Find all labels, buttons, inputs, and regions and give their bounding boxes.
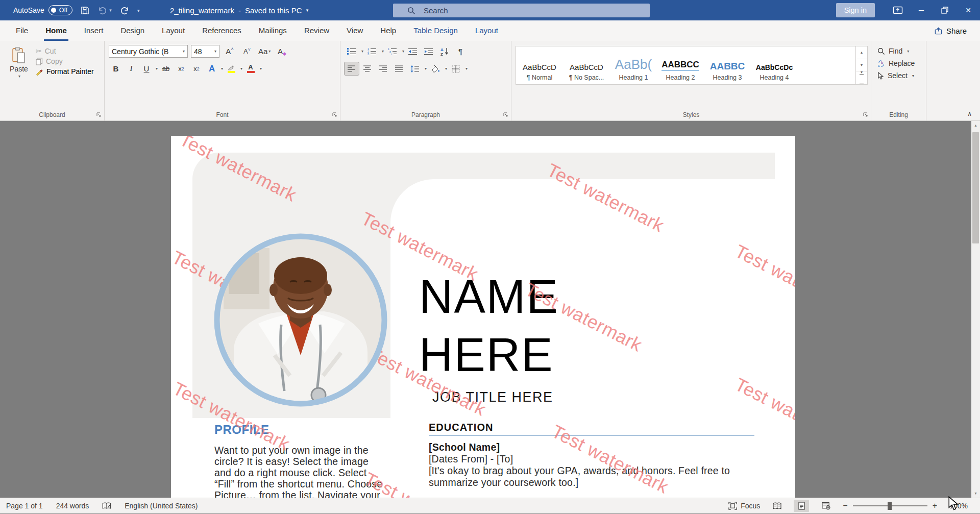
numbering-caret-icon[interactable]: ▾ bbox=[382, 49, 384, 54]
zoom-in-icon[interactable]: + bbox=[933, 501, 937, 510]
profile-body[interactable]: Want to put your own image in thecircle?… bbox=[214, 445, 390, 498]
name-heading[interactable]: NAME HERE bbox=[419, 267, 559, 384]
document-title[interactable]: 2_tiling_watermark - Saved to this PC ▾ bbox=[170, 0, 308, 20]
line-spacing-caret-icon[interactable]: ▾ bbox=[425, 66, 427, 71]
increase-indent-button[interactable] bbox=[422, 45, 436, 58]
education-heading[interactable]: EDUCATION bbox=[429, 422, 493, 433]
line-spacing-button[interactable] bbox=[408, 62, 422, 75]
share-button[interactable]: Share bbox=[934, 20, 967, 41]
sort-button[interactable]: AZ bbox=[437, 45, 452, 58]
style-heading-2[interactable]: AABBCCHeading 2 bbox=[657, 46, 704, 84]
bullets-caret-icon[interactable]: ▾ bbox=[361, 49, 363, 54]
multilevel-list-caret-icon[interactable]: ▾ bbox=[402, 49, 404, 54]
align-right-button[interactable] bbox=[376, 62, 390, 75]
scroll-down-icon[interactable]: ▾ bbox=[971, 489, 980, 498]
tab-view[interactable]: View bbox=[338, 20, 372, 41]
style-heading-4[interactable]: AaBbCcDcHeading 4 bbox=[751, 46, 798, 84]
collapse-ribbon-icon[interactable]: ∧ bbox=[967, 110, 972, 117]
quick-access-toolbar-caret-icon[interactable]: ▾ bbox=[137, 8, 140, 13]
tab-table-design[interactable]: Table Design bbox=[405, 20, 467, 41]
shrink-font-button[interactable]: A˅ bbox=[240, 45, 254, 58]
underline-caret-icon[interactable]: ▾ bbox=[156, 66, 158, 71]
page-status[interactable]: Page 1 of 1 bbox=[6, 502, 43, 510]
style-normal[interactable]: AaBbCcD¶ Normal bbox=[516, 46, 563, 84]
borders-button[interactable] bbox=[449, 62, 463, 75]
scroll-up-icon[interactable]: ▴ bbox=[971, 121, 980, 130]
borders-caret-icon[interactable]: ▾ bbox=[465, 66, 468, 71]
bullets-button[interactable] bbox=[345, 45, 359, 58]
tab-mailings[interactable]: Mailings bbox=[250, 20, 296, 41]
tab-help[interactable]: Help bbox=[372, 20, 405, 41]
save-icon[interactable] bbox=[80, 6, 90, 15]
numbering-button[interactable]: 123 bbox=[365, 45, 379, 58]
highlight-button[interactable] bbox=[224, 62, 238, 75]
proofing-icon[interactable] bbox=[102, 502, 111, 510]
justify-button[interactable] bbox=[392, 62, 406, 75]
web-layout-button[interactable] bbox=[818, 500, 834, 512]
language-status[interactable]: English (United States) bbox=[125, 502, 198, 510]
multilevel-list-button[interactable]: 1ai bbox=[385, 45, 400, 58]
zoom-slider[interactable]: − + bbox=[843, 501, 937, 510]
highlight-caret-icon[interactable]: ▾ bbox=[240, 66, 242, 71]
print-layout-button[interactable] bbox=[794, 500, 809, 512]
tab-references[interactable]: References bbox=[193, 20, 250, 41]
grow-font-button[interactable]: A˄ bbox=[223, 45, 237, 58]
align-center-button[interactable] bbox=[360, 62, 375, 75]
font-dialog-launcher-icon[interactable] bbox=[332, 112, 337, 117]
autosave-toggle[interactable]: AutoSave Off bbox=[13, 5, 72, 15]
ribbon-display-options-icon[interactable] bbox=[886, 0, 910, 20]
styles-dialog-launcher-icon[interactable] bbox=[863, 112, 868, 117]
read-mode-button[interactable] bbox=[769, 500, 785, 512]
font-color-button[interactable]: A bbox=[243, 62, 258, 75]
superscript-button[interactable]: x2 bbox=[189, 62, 204, 75]
text-effects-button[interactable]: A bbox=[205, 62, 219, 75]
profile-heading[interactable]: PROFILE bbox=[214, 423, 270, 437]
document-page[interactable]: NAME HERE JOB TITLE HERE EDUCATION [Scho… bbox=[171, 136, 795, 498]
bold-button[interactable]: B bbox=[109, 62, 123, 75]
font-size-select[interactable]: 48 ▾ bbox=[191, 45, 219, 58]
font-name-select[interactable]: Century Gothic (B ▾ bbox=[109, 45, 188, 58]
styles-scroll-up-icon[interactable]: ▴ bbox=[856, 46, 867, 59]
align-left-button[interactable] bbox=[345, 62, 359, 75]
sign-in-button[interactable]: Sign in bbox=[836, 3, 875, 17]
focus-button[interactable]: Focus bbox=[728, 502, 760, 510]
zoom-out-icon[interactable]: − bbox=[843, 501, 847, 510]
redo-icon[interactable] bbox=[119, 6, 130, 15]
word-count[interactable]: 244 words bbox=[56, 502, 89, 510]
job-title[interactable]: JOB TITLE HERE bbox=[432, 389, 553, 405]
decrease-indent-button[interactable] bbox=[406, 45, 420, 58]
zoom-slider-thumb[interactable] bbox=[888, 502, 892, 510]
text-effects-caret-icon[interactable]: ▾ bbox=[221, 66, 223, 71]
style-heading-1[interactable]: AaBb(Heading 1 bbox=[610, 46, 657, 84]
underline-button[interactable]: U bbox=[139, 62, 154, 75]
scrollbar-thumb[interactable] bbox=[972, 132, 979, 243]
clipboard-dialog-launcher-icon[interactable] bbox=[96, 112, 102, 117]
font-color-caret-icon[interactable]: ▾ bbox=[260, 66, 262, 71]
close-button[interactable]: ✕ bbox=[957, 0, 980, 20]
search-box[interactable]: Search bbox=[393, 4, 650, 17]
tab-layout[interactable]: Layout bbox=[153, 20, 193, 41]
tab-review[interactable]: Review bbox=[296, 20, 338, 41]
paragraph-dialog-launcher-icon[interactable] bbox=[503, 112, 508, 117]
show-paragraph-marks-button[interactable]: ¶ bbox=[453, 45, 468, 58]
tab-design[interactable]: Design bbox=[112, 20, 153, 41]
zoom-level[interactable]: 100% bbox=[946, 502, 968, 510]
style-no-spac[interactable]: AaBbCcD¶ No Spac... bbox=[563, 46, 610, 84]
tab-file[interactable]: File bbox=[7, 20, 37, 41]
paste-button[interactable]: Paste ▾ bbox=[4, 45, 34, 79]
strikethrough-button[interactable]: ab bbox=[159, 62, 173, 75]
shading-caret-icon[interactable]: ▾ bbox=[445, 66, 447, 71]
replace-button[interactable]: bc Replace bbox=[877, 57, 923, 69]
style-heading-3[interactable]: AABBCHeading 3 bbox=[704, 46, 751, 84]
education-body[interactable]: [School Name] [Dates From] - [To] [It's … bbox=[429, 442, 730, 488]
shading-button[interactable] bbox=[428, 62, 443, 75]
styles-more-icon[interactable]: ▾ bbox=[856, 71, 867, 84]
find-button[interactable]: Find ▾ bbox=[877, 45, 923, 57]
change-case-button[interactable]: Aa▾ bbox=[257, 45, 272, 58]
tab-insert[interactable]: Insert bbox=[76, 20, 112, 41]
profile-photo[interactable] bbox=[213, 233, 388, 407]
tab-layout[interactable]: Layout bbox=[467, 20, 507, 41]
format-painter-button[interactable]: Format Painter bbox=[36, 67, 94, 76]
clear-formatting-button[interactable]: A◆ bbox=[275, 45, 289, 58]
select-button[interactable]: Select ▾ bbox=[877, 69, 923, 82]
